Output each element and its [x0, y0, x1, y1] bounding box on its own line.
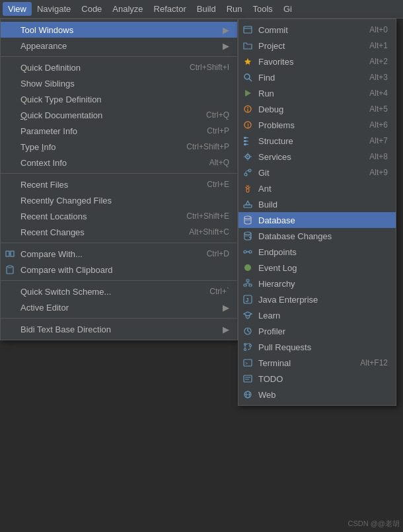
menu-item-quick-definition[interactable]: Quick Definition Ctrl+Shift+I [1, 59, 237, 75]
menu-item-recently-changed[interactable]: Recently Changed Files [1, 192, 237, 208]
menu-item-profiler[interactable]: Profiler [238, 323, 396, 339]
menubar-item-git[interactable]: Gi [278, 2, 297, 16]
menubar-item-navigate[interactable]: Navigate [32, 2, 76, 16]
todo-icon [242, 373, 253, 384]
menu-item-hierarchy[interactable]: Hierarchy [238, 276, 396, 291]
web-icon [242, 389, 253, 400]
menubar-item-code[interactable]: Code [76, 2, 107, 16]
svg-rect-16 [244, 137, 246, 139]
menubar-item-tools[interactable]: Tools [248, 2, 278, 16]
git-icon [242, 167, 253, 178]
menu-item-show-siblings[interactable]: Show Siblings [1, 75, 237, 91]
menu-item-quick-type-def[interactable]: Quick Type Definition [1, 91, 237, 107]
separator-3 [1, 243, 237, 243]
run-icon [242, 88, 253, 98]
debug-icon [242, 104, 253, 114]
menu-item-quick-switch[interactable]: Quick Switch Scheme... Ctrl+` [1, 284, 237, 299]
menu-item-recent-files[interactable]: Recent Files Ctrl+E [1, 176, 237, 192]
menu-item-git[interactable]: Git Alt+9 [238, 165, 396, 180]
eventlog-icon [242, 262, 253, 273]
menu-item-problems[interactable]: ! Problems Alt+6 [238, 117, 396, 133]
menu-item-context-info[interactable]: Context Info Alt+Q [1, 155, 237, 171]
learn-icon [242, 310, 253, 321]
menu-item-commit[interactable]: Commit Alt+0 [238, 22, 396, 38]
menubar-item-analyze[interactable]: Analyze [107, 2, 148, 16]
terminal-icon: >_ [242, 358, 253, 368]
submenu-arrow: ▶ [216, 324, 229, 334]
dropdown-container: Tool Windows ▶ Appearance ▶ Quick Defini… [0, 19, 238, 340]
build-icon [242, 199, 253, 209]
database-icon [242, 215, 253, 225]
svg-rect-49 [246, 280, 249, 282]
menu-item-active-editor[interactable]: Active Editor ▶ [1, 299, 237, 315]
menu-item-run[interactable]: Run Alt+4 [238, 85, 396, 101]
svg-rect-4 [8, 266, 12, 268]
svg-line-36 [248, 185, 249, 186]
menu-item-parameter-info[interactable]: Parameter Info Ctrl+P [1, 123, 237, 139]
menubar-item-refactor[interactable]: Refactor [149, 2, 192, 16]
svg-rect-50 [244, 284, 246, 286]
menu-item-learn[interactable]: Learn [238, 307, 396, 323]
menu-item-terminal[interactable]: >_ Terminal Alt+F12 [238, 355, 396, 371]
primary-menu: Tool Windows ▶ Appearance ▶ Quick Defini… [0, 19, 238, 340]
svg-marker-57 [244, 312, 252, 316]
java-enterprise-icon: J [242, 294, 253, 305]
menu-item-recent-locations[interactable]: Recent Locations Ctrl+Shift+E [1, 208, 237, 224]
svg-point-46 [249, 250, 252, 253]
endpoints-icon [242, 247, 253, 257]
svg-point-45 [244, 250, 246, 253]
menu-item-compare-with[interactable]: Compare With... Ctrl+D [1, 246, 237, 262]
svg-marker-38 [246, 201, 250, 205]
svg-point-39 [244, 216, 251, 219]
menu-item-database-changes[interactable]: Database Changes [238, 228, 396, 244]
menu-item-quick-documentation[interactable]: Quick Documentation Ctrl+Q [1, 107, 237, 123]
svg-rect-17 [244, 140, 246, 142]
menu-item-services[interactable]: Services Alt+8 [238, 149, 396, 165]
menubar-item-build[interactable]: Build [192, 2, 221, 16]
svg-rect-0 [6, 251, 9, 256]
svg-rect-18 [244, 143, 246, 145]
menu-item-debug[interactable]: Debug Alt+5 [238, 101, 396, 117]
watermark: CSDN @@老胡 [348, 519, 400, 529]
svg-text:!: ! [247, 122, 249, 129]
svg-point-48 [244, 264, 251, 271]
ant-icon [242, 183, 253, 194]
menu-item-database[interactable]: Database [238, 212, 396, 228]
menubar-item-run[interactable]: Run [221, 2, 248, 16]
menubar-item-view[interactable]: View [3, 2, 32, 16]
commit-icon [242, 24, 253, 35]
svg-rect-51 [249, 284, 252, 286]
svg-line-9 [249, 79, 252, 81]
svg-marker-10 [245, 90, 251, 96]
menu-item-structure[interactable]: Structure Alt+7 [238, 133, 396, 149]
menu-item-build[interactable]: Build [238, 196, 396, 212]
svg-point-64 [250, 345, 252, 347]
menu-item-project[interactable]: Project Alt+1 [238, 38, 396, 54]
menu-item-ant[interactable]: Ant [238, 180, 396, 196]
menu-item-event-log[interactable]: Event Log [238, 260, 396, 276]
menu-item-favorites[interactable]: Favorites Alt+2 [238, 54, 396, 69]
menu-item-appearance[interactable]: Appearance ▶ [1, 38, 237, 54]
menu-item-find[interactable]: Find Alt+3 [238, 69, 396, 85]
menu-item-endpoints[interactable]: Endpoints [238, 244, 396, 260]
menu-item-pull-requests[interactable]: Pull Requests [238, 339, 396, 355]
menu-item-java-enterprise[interactable]: J Java Enterprise [238, 291, 396, 307]
menu-item-compare-clipboard[interactable]: Compare with Clipboard [1, 262, 237, 278]
svg-text:J: J [246, 297, 249, 303]
svg-text:>_: >_ [245, 361, 251, 366]
menu-item-bidi-text[interactable]: Bidi Text Base Direction ▶ [1, 321, 237, 337]
menu-item-type-info[interactable]: Type Info Ctrl+Shift+P [1, 139, 237, 155]
hierarchy-icon [242, 278, 253, 289]
menu-item-todo[interactable]: TODO [238, 371, 396, 387]
menu-item-recent-changes[interactable]: Recent Changes Alt+Shift+C [1, 224, 237, 240]
submenu-arrow: ▶ [216, 25, 229, 35]
menu-item-tool-windows[interactable]: Tool Windows ▶ [1, 22, 237, 38]
menubar: View Navigate Code Analyze Refactor Buil… [0, 0, 403, 19]
svg-point-12 [247, 107, 248, 108]
problems-icon: ! [242, 120, 253, 130]
menu-item-web[interactable]: Web [238, 387, 396, 402]
find-icon [242, 72, 253, 83]
compare-icon [5, 248, 15, 259]
svg-point-23 [247, 156, 248, 157]
svg-point-62 [244, 349, 246, 351]
